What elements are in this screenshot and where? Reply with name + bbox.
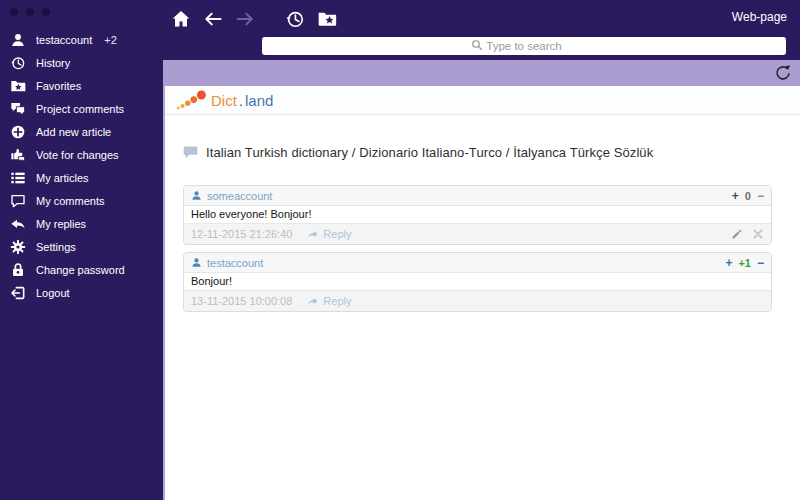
comment-card: testaccount + +1 − Bonjour! 13-11-2015 1… (183, 252, 772, 312)
comment-timestamp: 12-11-2015 21:26:40 (191, 228, 292, 240)
window-control-close[interactable] (10, 8, 18, 16)
sidebar-item-label: Settings (36, 241, 76, 253)
page-title: Italian Turkish dictionary / Dizionario … (206, 145, 653, 160)
vote-down-button[interactable]: − (757, 189, 764, 203)
webpage-label: Web-page (732, 10, 787, 24)
user-icon (10, 32, 26, 48)
back-arrow-icon (203, 9, 223, 29)
refresh-button[interactable] (774, 64, 792, 82)
sidebar-item-label: History (36, 57, 70, 69)
search-input[interactable] (262, 37, 786, 55)
sidebar-item-label: Vote for changes (36, 149, 119, 161)
comment-header: someaccount + 0 − (184, 186, 771, 206)
comment-text: Hello everyone! Bonjour! (184, 206, 771, 223)
comment-author-link[interactable]: testaccount (207, 257, 263, 269)
comment-actions (731, 228, 764, 240)
sidebar-item-my-replies[interactable]: My replies (0, 212, 163, 235)
logo-text-dot: . (239, 92, 243, 109)
page-content: Italian Turkish dictionary / Dizionario … (165, 115, 800, 500)
history-icon (10, 55, 26, 71)
comment-author-link[interactable]: someaccount (207, 190, 272, 202)
comment-timestamp: 13-11-2015 10:00:08 (191, 295, 292, 307)
site-logo[interactable]: Dict . land (165, 86, 273, 114)
sidebar-item-label: Project comments (36, 103, 124, 115)
vote-controls: + +1 − (725, 256, 764, 270)
site-header: Dict . land (165, 86, 800, 115)
delete-comment-button[interactable] (752, 228, 764, 240)
comment-bubble-icon (183, 146, 198, 159)
sidebar-item-label: My articles (36, 172, 89, 184)
forward-button[interactable] (234, 8, 255, 29)
content-left-border (163, 86, 165, 500)
my-articles-icon (10, 170, 26, 186)
comment-header: testaccount + +1 − (184, 253, 771, 273)
reply-label: Reply (323, 295, 351, 307)
comment-footer: 12-11-2015 21:26:40 Reply (184, 223, 771, 244)
favorites-folder-icon (10, 78, 26, 94)
vote-controls: + 0 − (732, 189, 764, 203)
app-window: testaccount +2 History Favorites Pro (0, 0, 800, 500)
sidebar-item-add-article[interactable]: Add new article (0, 120, 163, 143)
bookmarks-folder-icon (317, 9, 337, 29)
search-bar (262, 36, 786, 54)
back-button[interactable] (202, 8, 223, 29)
nav-buttons (163, 0, 800, 29)
sidebar-item-label: Logout (36, 287, 70, 299)
sidebar-item-label: My replies (36, 218, 86, 230)
settings-gear-icon (10, 239, 26, 255)
add-article-icon (10, 124, 26, 140)
page-title-row: Italian Turkish dictionary / Dizionario … (183, 145, 772, 160)
vote-score: 0 (745, 190, 751, 202)
sidebar-account[interactable]: testaccount +2 (0, 28, 163, 51)
comment-card: someaccount + 0 − Hello everyone! Bonjou… (183, 185, 772, 245)
close-icon (752, 228, 764, 240)
reply-arrow-icon (307, 229, 319, 240)
sidebar: testaccount +2 History Favorites Pro (0, 0, 163, 500)
my-comments-icon (10, 193, 26, 209)
sidebar-item-history[interactable]: History (0, 51, 163, 74)
vote-up-button[interactable]: + (732, 189, 739, 203)
pencil-icon (731, 228, 743, 240)
sidebar-item-favorites[interactable]: Favorites (0, 74, 163, 97)
logo-text-dict: Dict (211, 92, 237, 109)
window-control-zoom[interactable] (42, 8, 50, 16)
sidebar-item-label: Add new article (36, 126, 111, 138)
history-icon (285, 9, 305, 29)
sidebar-item-my-comments[interactable]: My comments (0, 189, 163, 212)
user-icon (191, 257, 202, 268)
vote-changes-icon (10, 147, 26, 163)
history-button[interactable] (284, 8, 305, 29)
project-comments-icon (10, 101, 26, 117)
vote-down-button[interactable]: − (757, 256, 764, 270)
sidebar-menu: testaccount +2 History Favorites Pro (0, 18, 163, 304)
window-control-minimize[interactable] (26, 8, 34, 16)
sidebar-item-my-articles[interactable]: My articles (0, 166, 163, 189)
logo-dots-icon (175, 89, 207, 111)
sidebar-item-settings[interactable]: Settings (0, 235, 163, 258)
sidebar-item-project-comments[interactable]: Project comments (0, 97, 163, 120)
vote-score: +1 (738, 257, 751, 269)
comment-text: Bonjour! (184, 273, 771, 290)
sidebar-item-label: Favorites (36, 80, 81, 92)
sidebar-item-vote-changes[interactable]: Vote for changes (0, 143, 163, 166)
sidebar-item-change-password[interactable]: Change password (0, 258, 163, 281)
refresh-icon (774, 64, 792, 82)
sidebar-item-logout[interactable]: Logout (0, 281, 163, 304)
sidebar-account-label: testaccount (36, 34, 92, 46)
logo-text-land: land (245, 92, 273, 109)
reply-button[interactable]: Reply (307, 228, 351, 240)
forward-arrow-icon (235, 9, 255, 29)
window-controls (0, 0, 163, 18)
vote-up-button[interactable]: + (725, 256, 732, 270)
edit-comment-button[interactable] (731, 228, 743, 240)
reply-button[interactable]: Reply (307, 295, 351, 307)
logout-icon (10, 285, 26, 301)
home-icon (171, 9, 191, 29)
page-toolbar (163, 60, 800, 86)
bookmarks-button[interactable] (316, 8, 337, 29)
lock-icon (10, 262, 26, 278)
sidebar-item-label: Change password (36, 264, 125, 276)
user-icon (191, 190, 202, 201)
sidebar-account-badge: +2 (104, 34, 117, 46)
home-button[interactable] (170, 8, 191, 29)
